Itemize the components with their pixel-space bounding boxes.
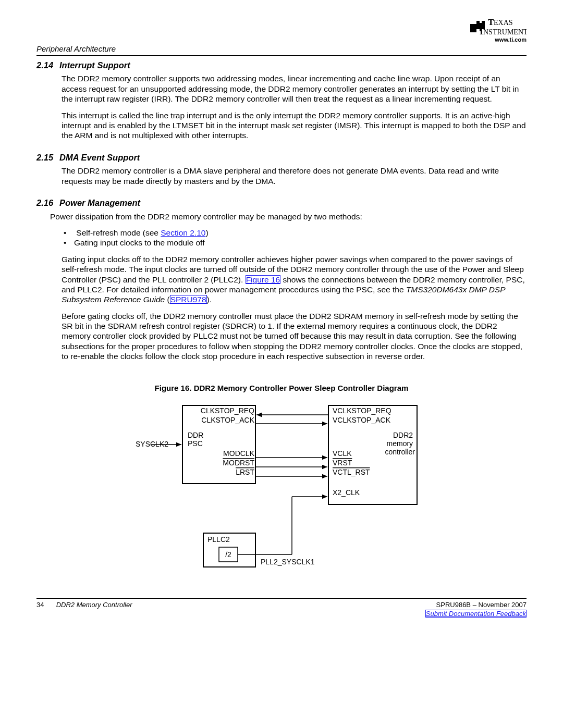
figure-16-caption: Figure 16. DDR2 Memory Controller Power … — [36, 384, 527, 393]
para-2-16-1: Power dissipation from the DDR2 memory c… — [50, 212, 527, 221]
breadcrumb: Peripheral Architecture — [36, 44, 527, 56]
link-submit-feedback[interactable]: Submit Documentation Feedback — [425, 610, 527, 618]
footer-doc-title: DDR2 Memory Controller — [56, 601, 132, 609]
svg-text:NSTRUMENTS: NSTRUMENTS — [483, 28, 527, 36]
label-vclk: VCLK — [333, 449, 352, 458]
link-spru978[interactable]: SPRU978 — [170, 295, 207, 304]
footer-doc-id: SPRU986B – November 2007 — [425, 601, 527, 609]
label-modrst: MODRST — [223, 459, 254, 467]
label-x2-clk: X2_CLK — [333, 488, 360, 497]
header-url: www.ti.com — [469, 36, 527, 44]
label-modclk: MODCLK — [223, 449, 255, 458]
footer: 34 DDR2 Memory Controller SPRU986B – Nov… — [36, 598, 527, 618]
bullet-gating: Gating input clocks to the module off — [62, 238, 527, 248]
label-vrst: VRST — [333, 459, 352, 467]
bullet-self-refresh: Self-refresh mode (see Section 2.10) — [62, 228, 527, 238]
ti-logo: T EXAS I NSTRUMENTS www.ti.com — [469, 15, 527, 44]
para-2-14-2: This interrupt is called the line trap i… — [62, 110, 527, 141]
label-vclkstop-ack: VCLKSTOP_ACK — [333, 416, 391, 424]
label-clkstop-ack: CLKSTOP_ACK — [201, 416, 254, 424]
link-figure-16[interactable]: Figure 16 — [246, 275, 280, 284]
label-pllc2: PLLC2 — [207, 535, 230, 544]
label-ddr2-mem: DDR2 memory controller — [385, 431, 415, 456]
link-section-2-10[interactable]: Section 2.10 — [161, 228, 205, 237]
label-ddr-psc: DDR PSC — [188, 431, 205, 448]
bullet-list-2-16: Self-refresh mode (see Section 2.10) Gat… — [62, 228, 527, 248]
label-div2: /2 — [225, 550, 231, 559]
svg-text:I: I — [480, 27, 483, 36]
label-pll2-sysclk1: PLL2_SYSCLK1 — [261, 558, 315, 566]
page-number: 34 — [36, 601, 54, 609]
label-vctl-rst: VCTL_RST — [333, 468, 370, 476]
svg-text:EXAS: EXAS — [494, 19, 513, 27]
label-vclkstop-req: VCLKSTOP_REQ — [333, 406, 391, 415]
label-sysclk2: SYSCLK2 — [136, 440, 168, 448]
heading-2-16: 2.16Power Management — [36, 198, 527, 208]
para-2-16-2: Gating input clocks off to the DDR2 memo… — [62, 254, 527, 305]
figure-16-diagram: DDR PSC DDR2 memory controller SYSCLK2 C… — [36, 400, 527, 572]
label-lrst: LRST — [236, 468, 254, 476]
para-2-16-3: Before gating clocks off, the DDR2 memor… — [62, 311, 527, 362]
para-2-15-1: The DDR2 memory controller is a DMA slav… — [62, 166, 527, 186]
para-2-14-1: The DDR2 memory controller supports two … — [62, 73, 527, 104]
heading-2-15: 2.15DMA Event Support — [36, 152, 527, 163]
label-clkstop-req: CLKSTOP_REQ — [201, 406, 254, 415]
heading-2-14: 2.14Interrupt Support — [36, 60, 527, 71]
